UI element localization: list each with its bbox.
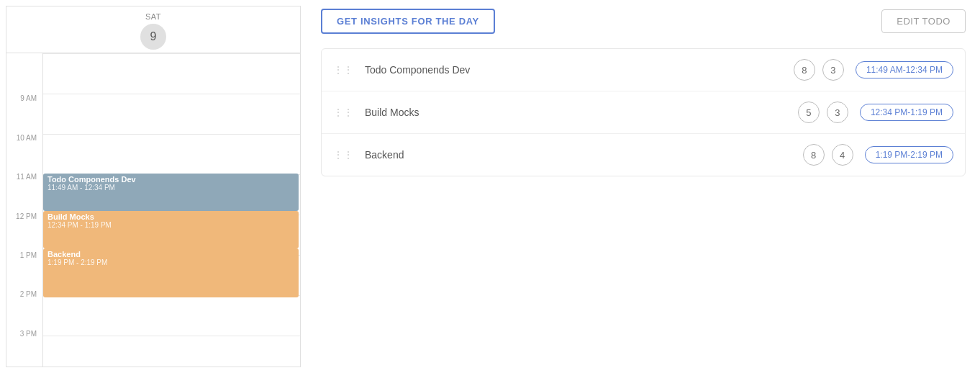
todo-list: ⋮⋮ Todo Componends Dev 8 3 11:49 AM-12:3… <box>321 48 966 176</box>
todo-row: ⋮⋮ Todo Componends Dev 8 3 11:49 AM-12:3… <box>322 49 965 91</box>
todo-name: Backend <box>365 149 803 161</box>
hour-line <box>43 94 300 134</box>
calendar-event-3[interactable]: Backend 1:19 PM - 2:19 PM <box>43 248 299 297</box>
calendar-event-2[interactable]: Build Mocks 12:34 PM - 1:19 PM <box>43 211 299 248</box>
event-time: 11:49 AM - 12:34 PM <box>47 184 294 192</box>
todo-name: Todo Componends Dev <box>365 64 794 76</box>
calendar-panel: SAT 9 9 AM 10 AM 11 AM 12 PM 1 PM 2 PM 3… <box>6 6 301 367</box>
time-slot: 3 PM <box>6 328 42 367</box>
badge-count-1: 5 <box>798 102 820 123</box>
badge-count-2: 3 <box>827 102 848 123</box>
drag-handle-icon[interactable]: ⋮⋮ <box>333 64 353 76</box>
hour-line <box>43 53 300 94</box>
todo-row: ⋮⋮ Backend 8 4 1:19 PM-2:19 PM <box>322 134 965 176</box>
time-slot: 12 PM <box>6 210 42 249</box>
right-panel: GET INSIGHTS FOR THE DAY EDIT TODO ⋮⋮ To… <box>307 0 980 373</box>
events-column: Todo Componends Dev 11:49 AM - 12:34 PM … <box>42 53 300 367</box>
calendar-grid: 9 AM 10 AM 11 AM 12 PM 1 PM 2 PM 3 PM To… <box>6 53 300 367</box>
time-column: 9 AM 10 AM 11 AM 12 PM 1 PM 2 PM 3 PM <box>6 53 42 367</box>
calendar-header: SAT 9 <box>6 6 300 53</box>
badge-count-2: 3 <box>822 59 844 81</box>
time-badge: 11:49 AM-12:34 PM <box>856 61 953 78</box>
hour-line <box>43 134 300 174</box>
time-slot: 9 AM <box>6 92 42 131</box>
event-time: 1:19 PM - 2:19 PM <box>47 259 294 266</box>
drag-handle-icon[interactable]: ⋮⋮ <box>333 107 353 118</box>
event-title: Build Mocks <box>47 212 294 221</box>
edit-todo-button[interactable]: EDIT TODO <box>881 9 966 33</box>
hour-line <box>43 295 300 336</box>
time-slot <box>6 53 42 92</box>
time-slot: 2 PM <box>6 288 42 327</box>
event-title: Backend <box>47 250 294 259</box>
badge-count-2: 4 <box>832 144 853 166</box>
time-slot: 1 PM <box>6 249 42 288</box>
time-slot: 10 AM <box>6 132 42 171</box>
badge-count-1: 8 <box>794 59 815 81</box>
time-slot: 11 AM <box>6 171 42 210</box>
time-badge: 1:19 PM-2:19 PM <box>865 146 953 163</box>
day-number: 9 <box>140 24 166 50</box>
top-buttons: GET INSIGHTS FOR THE DAY EDIT TODO <box>321 9 966 34</box>
drag-handle-icon[interactable]: ⋮⋮ <box>333 149 353 161</box>
badge-count-1: 8 <box>803 144 825 166</box>
event-time: 12:34 PM - 1:19 PM <box>47 221 294 229</box>
todo-name: Build Mocks <box>365 107 798 118</box>
calendar-event-1[interactable]: Todo Componends Dev 11:49 AM - 12:34 PM <box>43 174 299 211</box>
event-title: Todo Componends Dev <box>47 175 294 184</box>
get-insights-button[interactable]: GET INSIGHTS FOR THE DAY <box>321 9 495 34</box>
hour-line <box>43 336 300 367</box>
time-badge: 12:34 PM-1:19 PM <box>860 104 953 121</box>
day-label: SAT <box>140 12 166 21</box>
todo-row: ⋮⋮ Build Mocks 5 3 12:34 PM-1:19 PM <box>322 91 965 134</box>
